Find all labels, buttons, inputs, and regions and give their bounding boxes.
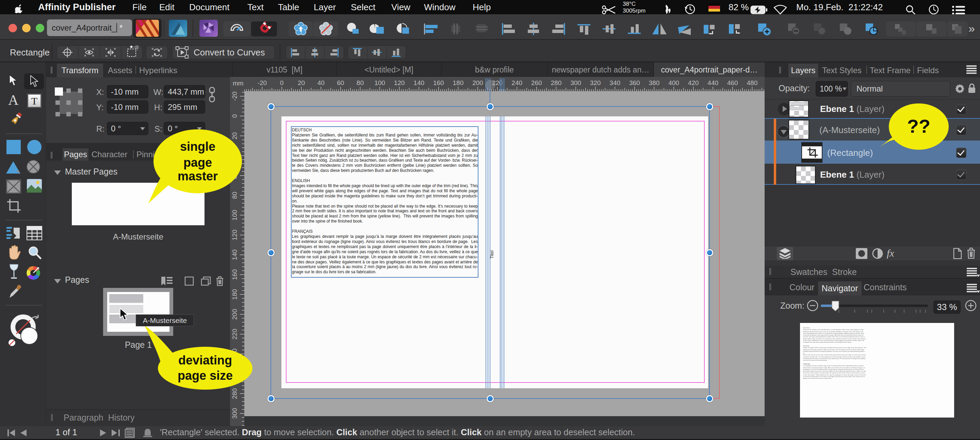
svg-text:40: 40 [318, 79, 325, 86]
svg-text:-20: -20 [258, 79, 267, 86]
svg-text:340: 340 [609, 79, 620, 86]
svg-text:120: 120 [231, 230, 238, 241]
svg-text:280: 280 [551, 79, 562, 86]
svg-text:140: 140 [231, 249, 238, 261]
svg-text:140: 140 [414, 79, 424, 86]
svg-text:80: 80 [356, 79, 364, 86]
svg-text:180: 180 [453, 79, 464, 86]
svg-text:page size: page size [178, 369, 233, 383]
svg-text:440: 440 [708, 79, 718, 86]
svg-text:180: 180 [231, 289, 238, 300]
svg-text:200: 200 [231, 309, 238, 320]
svg-text:-20: -20 [231, 92, 238, 101]
svg-text:460: 460 [727, 79, 738, 86]
svg-text:0: 0 [280, 79, 284, 86]
svg-text:0: 0 [231, 114, 238, 118]
svg-text:??: ?? [907, 115, 930, 137]
svg-text:300: 300 [231, 408, 238, 419]
svg-text:260: 260 [531, 79, 542, 86]
svg-text:320: 320 [590, 79, 601, 86]
svg-text:240: 240 [511, 79, 522, 86]
svg-text:160: 160 [433, 79, 444, 86]
svg-text:300: 300 [570, 79, 581, 86]
svg-text:master: master [178, 169, 218, 183]
svg-text:100: 100 [231, 210, 238, 221]
svg-text:120: 120 [394, 79, 405, 86]
svg-text:20: 20 [298, 79, 305, 86]
svg-text:420: 420 [688, 79, 699, 86]
svg-text:480: 480 [747, 79, 758, 86]
svg-text:deviating: deviating [178, 353, 232, 367]
svg-text:360: 360 [629, 79, 640, 86]
svg-text:160: 160 [231, 269, 238, 280]
svg-text:200: 200 [472, 79, 483, 86]
svg-text:single: single [180, 140, 215, 154]
svg-text:page: page [183, 156, 212, 170]
svg-text:60: 60 [337, 79, 344, 86]
svg-text:100: 100 [374, 79, 385, 86]
svg-text:400: 400 [668, 79, 679, 86]
svg-text:380: 380 [649, 79, 660, 86]
